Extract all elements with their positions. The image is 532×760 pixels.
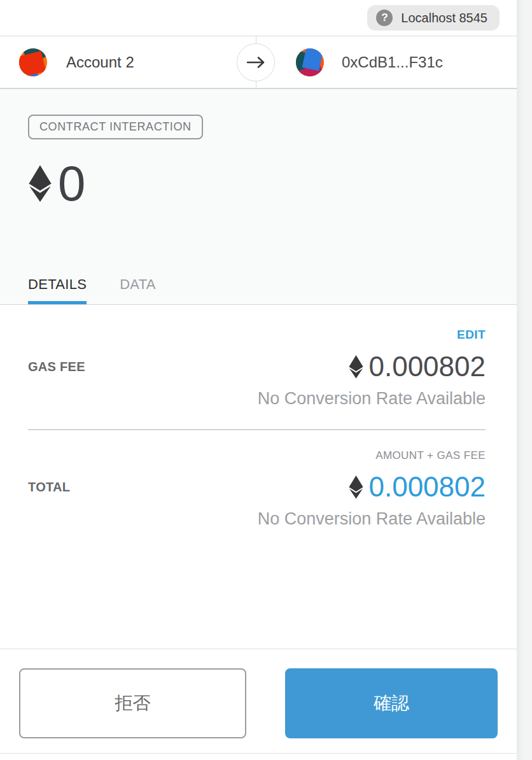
- action-footer: 拒否 確認: [0, 649, 517, 760]
- network-label: Localhost 8545: [401, 11, 487, 25]
- action-type-label: CONTRACT INTERACTION: [39, 120, 192, 133]
- ethereum-icon: [347, 355, 365, 379]
- sender-avatar: [19, 48, 47, 76]
- gas-fee-label: GAS FEE: [28, 349, 85, 384]
- section-divider: [28, 429, 486, 430]
- details-panel: EDIT GAS FEE 0.000802 No Conversion Rate…: [0, 305, 517, 529]
- total-row: TOTAL 0.000802 No Conversion Rate Availa…: [28, 470, 486, 529]
- transaction-summary: CONTRACT INTERACTION 0 DETAILS DATA: [0, 89, 517, 305]
- total-conversion-note: No Conversion Rate Available: [258, 509, 486, 529]
- gas-fee-amount: 0.000802: [368, 351, 486, 383]
- sender-account[interactable]: Account 2: [19, 36, 134, 88]
- total-sublabel: AMOUNT + GAS FEE: [28, 449, 486, 462]
- total-label: TOTAL: [28, 470, 70, 504]
- gas-fee-row: GAS FEE 0.000802 No Conversion Rate Avai…: [28, 349, 486, 409]
- question-glyph: ?: [381, 11, 388, 24]
- ethereum-icon: [27, 164, 53, 202]
- edit-gas-button[interactable]: EDIT: [457, 328, 486, 341]
- tab-bar: DETAILS DATA: [0, 276, 517, 304]
- transaction-amount: 0: [58, 158, 85, 208]
- sender-name: Account 2: [66, 53, 134, 71]
- confirm-button[interactable]: 確認: [285, 668, 498, 738]
- reject-button[interactable]: 拒否: [19, 668, 246, 738]
- ethereum-icon: [347, 475, 365, 499]
- action-type-chip: CONTRACT INTERACTION: [28, 115, 203, 139]
- network-badge[interactable]: ? Localhost 8545: [367, 5, 500, 31]
- top-bar: ? Localhost 8545: [0, 0, 517, 36]
- window-right-edge: [517, 0, 532, 760]
- metamask-confirm-screen: ? Localhost 8545 Account 2: [0, 0, 532, 760]
- gas-fee-conversion-note: No Conversion Rate Available: [258, 389, 486, 409]
- window-bottom-edge: [0, 753, 517, 754]
- tab-details[interactable]: DETAILS: [28, 276, 87, 304]
- recipient-address: 0xCdB1...F31c: [342, 53, 443, 71]
- question-mark-icon: ?: [376, 10, 393, 26]
- arrow-right-icon: [237, 43, 275, 81]
- accounts-header: Account 2 0xCdB1...F31c: [0, 36, 517, 89]
- tab-data[interactable]: DATA: [120, 276, 156, 304]
- recipient-avatar: [296, 48, 324, 76]
- recipient-account[interactable]: 0xCdB1...F31c: [296, 36, 443, 88]
- total-amount: 0.000802: [368, 471, 486, 503]
- amount-row: 0: [27, 158, 517, 208]
